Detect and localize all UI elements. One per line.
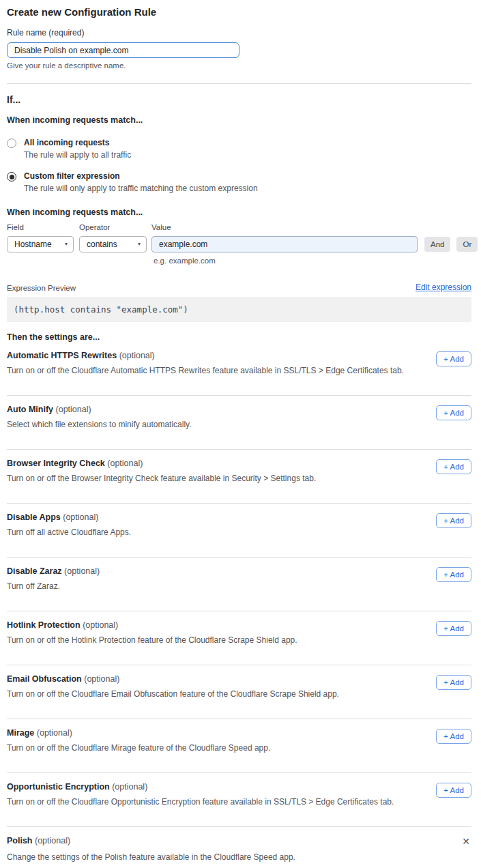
setting-name: Polish bbox=[7, 836, 33, 845]
value-helper: e.g. example.com bbox=[154, 257, 471, 265]
optional-tag: (optional) bbox=[63, 512, 98, 522]
setting-disable-apps: Disable Apps (optional) Turn off all act… bbox=[7, 504, 471, 558]
value-label: Value bbox=[151, 223, 418, 231]
setting-description: Turn on or off the Cloudflare Email Obfu… bbox=[7, 689, 339, 699]
value-input[interactable] bbox=[151, 236, 418, 252]
setting-opportunistic-encryption: Opportunistic Encryption (optional) Turn… bbox=[7, 773, 471, 827]
setting-name: Hotlink Protection bbox=[7, 620, 81, 630]
radio-description: The rule will only apply to traffic matc… bbox=[24, 184, 258, 193]
optional-tag: (optional) bbox=[37, 728, 72, 738]
add-hotlink-protection-button[interactable]: + Add bbox=[436, 621, 471, 636]
setting-description: Select which file extensions to minify a… bbox=[7, 420, 192, 429]
expression-preview-label: Expression Preview bbox=[7, 284, 76, 292]
setting-description: Turn on or off the Cloudflare Automatic … bbox=[7, 366, 404, 375]
expression-builder: When incoming requests match... Field Ho… bbox=[7, 207, 471, 265]
if-heading: If... bbox=[7, 94, 471, 105]
operator-select[interactable]: contains ▾ bbox=[79, 236, 147, 252]
operator-label: Operator bbox=[79, 223, 151, 231]
setting-description: Turn on or off the Hotlink Protection fe… bbox=[7, 635, 297, 645]
setting-description: Change the settings of the Polish featur… bbox=[7, 852, 471, 862]
setting-description: Turn off all active Cloudflare Apps. bbox=[7, 527, 131, 537]
field-select[interactable]: Hostname ▾ bbox=[7, 236, 74, 252]
setting-description: Turn on or off the Cloudflare Opportunis… bbox=[7, 797, 394, 807]
optional-tag: (optional) bbox=[64, 566, 100, 576]
match-heading: When incoming requests match... bbox=[7, 115, 471, 125]
radio-custom-filter-expression[interactable]: Custom filter expression The rule will o… bbox=[7, 171, 471, 193]
close-icon[interactable]: ✕ bbox=[461, 836, 471, 847]
request-match-radio-group: All incoming requests The rule will appl… bbox=[7, 138, 471, 193]
setting-name: Email Obfuscation bbox=[7, 674, 82, 684]
setting-automatic-https-rewrites: Automatic HTTPS Rewrites (optional) Turn… bbox=[7, 342, 471, 396]
setting-disable-zaraz: Disable Zaraz (optional) Turn off Zaraz.… bbox=[7, 558, 471, 611]
radio-label: All incoming requests bbox=[24, 138, 131, 147]
setting-name: Browser Integrity Check bbox=[7, 459, 105, 468]
setting-mirage: Mirage (optional) Turn on or off the Clo… bbox=[7, 719, 471, 773]
add-mirage-button[interactable]: + Add bbox=[436, 729, 471, 744]
or-button[interactable]: Or bbox=[456, 237, 478, 252]
setting-auto-minify: Auto Minify (optional) Select which file… bbox=[7, 396, 471, 450]
setting-email-obfuscation: Email Obfuscation (optional) Turn on or … bbox=[7, 665, 471, 719]
rule-name-helper: Give your rule a descriptive name. bbox=[7, 61, 471, 70]
setting-description: Turn off Zaraz. bbox=[7, 581, 100, 591]
radio-description: The rule will apply to all traffic bbox=[24, 150, 131, 160]
setting-polish-expanded: Polish (optional) ✕ Change the settings … bbox=[7, 827, 471, 868]
optional-tag: (optional) bbox=[83, 620, 118, 630]
add-browser-integrity-check-button[interactable]: + Add bbox=[436, 459, 471, 474]
setting-name: Mirage bbox=[7, 728, 34, 738]
optional-tag: (optional) bbox=[107, 459, 143, 468]
section-divider bbox=[7, 83, 471, 84]
chevron-down-icon: ▾ bbox=[65, 242, 68, 247]
setting-name: Opportunistic Encryption bbox=[7, 782, 110, 792]
operator-select-value: contains bbox=[87, 240, 117, 249]
expression-preview-header: Expression Preview Edit expression bbox=[7, 283, 471, 292]
radio-button-icon[interactable] bbox=[7, 139, 16, 148]
setting-name: Automatic HTTPS Rewrites bbox=[7, 351, 117, 360]
chevron-down-icon: ▾ bbox=[138, 242, 141, 247]
add-opportunistic-encryption-button[interactable]: + Add bbox=[436, 783, 471, 798]
radio-button-icon[interactable] bbox=[7, 172, 16, 182]
setting-name: Disable Apps bbox=[7, 512, 61, 522]
optional-tag: (optional) bbox=[35, 836, 70, 845]
optional-tag: (optional) bbox=[119, 351, 155, 360]
optional-tag: (optional) bbox=[84, 674, 119, 684]
setting-name: Auto Minify bbox=[7, 405, 53, 414]
rule-name-input[interactable] bbox=[7, 42, 239, 58]
add-disable-zaraz-button[interactable]: + Add bbox=[436, 567, 471, 582]
and-button[interactable]: And bbox=[424, 237, 450, 252]
then-heading: Then the settings are... bbox=[7, 332, 471, 342]
setting-description: Turn on or off the Browser Integrity Che… bbox=[7, 474, 316, 483]
create-configuration-rule-page: Create new Configuration Rule Rule name … bbox=[0, 0, 481, 868]
setting-hotlink-protection: Hotlink Protection (optional) Turn on or… bbox=[7, 611, 471, 665]
add-email-obfuscation-button[interactable]: + Add bbox=[436, 675, 471, 690]
edit-expression-link[interactable]: Edit expression bbox=[416, 283, 471, 292]
add-auto-minify-button[interactable]: + Add bbox=[436, 405, 471, 420]
builder-heading: When incoming requests match... bbox=[7, 207, 471, 217]
add-automatic-https-rewrites-button[interactable]: + Add bbox=[436, 351, 471, 366]
setting-description: Turn on or off the Cloudflare Mirage fea… bbox=[7, 743, 270, 753]
radio-all-incoming-requests[interactable]: All incoming requests The rule will appl… bbox=[7, 138, 471, 160]
field-label: Field bbox=[7, 223, 79, 231]
optional-tag: (optional) bbox=[56, 405, 91, 414]
setting-name: Disable Zaraz bbox=[7, 566, 62, 576]
setting-browser-integrity-check: Browser Integrity Check (optional) Turn … bbox=[7, 450, 471, 504]
add-disable-apps-button[interactable]: + Add bbox=[436, 513, 471, 528]
radio-label: Custom filter expression bbox=[24, 171, 258, 181]
rule-name-label: Rule name (required) bbox=[7, 28, 471, 38]
field-select-value: Hostname bbox=[14, 240, 52, 249]
optional-tag: (optional) bbox=[112, 782, 147, 792]
expression-preview-code: (http.host contains "example.com") bbox=[7, 297, 471, 322]
page-title: Create new Configuration Rule bbox=[7, 0, 471, 18]
